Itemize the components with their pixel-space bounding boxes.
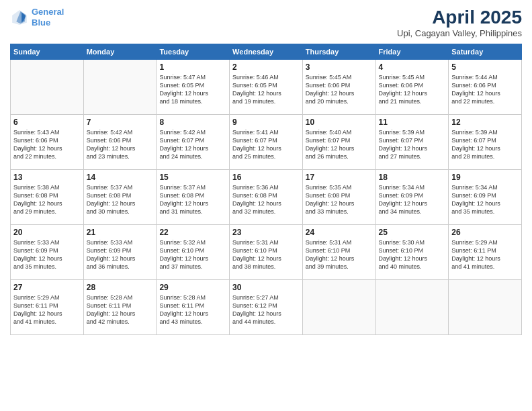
day-number: 3 — [306, 62, 373, 72]
calendar-cell — [11, 60, 84, 115]
day-number: 19 — [451, 173, 519, 182]
day-number: 12 — [451, 118, 519, 127]
calendar-cell: 2Sunrise: 5:46 AM Sunset: 6:05 PM Daylig… — [230, 60, 303, 115]
calendar-cell: 14Sunrise: 5:37 AM Sunset: 6:08 PM Dayli… — [83, 170, 157, 225]
day-info: Sunrise: 5:36 AM Sunset: 6:08 PM Dayligh… — [232, 183, 300, 216]
calendar-cell: 24Sunrise: 5:31 AM Sunset: 6:10 PM Dayli… — [302, 225, 375, 280]
day-info: Sunrise: 5:32 AM Sunset: 6:10 PM Dayligh… — [159, 238, 226, 271]
day-number: 16 — [232, 173, 300, 182]
day-number: 27 — [13, 283, 81, 292]
header: General Blue April 2025 Upi, Cagayan Val… — [10, 7, 522, 38]
day-info: Sunrise: 5:35 AM Sunset: 6:08 PM Dayligh… — [306, 183, 373, 216]
day-info: Sunrise: 5:27 AM Sunset: 6:12 PM Dayligh… — [232, 293, 300, 326]
main-title: April 2025 — [397, 7, 522, 28]
day-info: Sunrise: 5:39 AM Sunset: 6:07 PM Dayligh… — [451, 128, 519, 161]
day-info: Sunrise: 5:40 AM Sunset: 6:07 PM Dayligh… — [306, 128, 373, 161]
day-number: 5 — [451, 62, 519, 72]
calendar-cell: 23Sunrise: 5:31 AM Sunset: 6:10 PM Dayli… — [230, 225, 303, 280]
calendar-cell: 21Sunrise: 5:33 AM Sunset: 6:09 PM Dayli… — [83, 225, 157, 280]
day-number: 13 — [13, 173, 81, 182]
day-number: 23 — [232, 228, 300, 237]
calendar-cell: 27Sunrise: 5:29 AM Sunset: 6:11 PM Dayli… — [11, 280, 84, 335]
logo: General Blue — [10, 7, 64, 28]
day-info: Sunrise: 5:38 AM Sunset: 6:08 PM Dayligh… — [13, 183, 81, 216]
day-number: 9 — [232, 118, 300, 127]
day-number: 21 — [87, 228, 154, 237]
day-info: Sunrise: 5:29 AM Sunset: 6:11 PM Dayligh… — [13, 293, 81, 326]
day-info: Sunrise: 5:28 AM Sunset: 6:11 PM Dayligh… — [159, 293, 226, 326]
calendar-day-header: Thursday — [302, 44, 375, 60]
calendar-cell: 18Sunrise: 5:34 AM Sunset: 6:09 PM Dayli… — [375, 170, 449, 225]
calendar-cell: 30Sunrise: 5:27 AM Sunset: 6:12 PM Dayli… — [230, 280, 303, 335]
calendar-week-row: 20Sunrise: 5:33 AM Sunset: 6:09 PM Dayli… — [11, 225, 522, 280]
day-number: 25 — [379, 228, 446, 237]
day-number: 2 — [232, 62, 300, 72]
day-info: Sunrise: 5:47 AM Sunset: 6:05 PM Dayligh… — [159, 73, 226, 106]
day-info: Sunrise: 5:46 AM Sunset: 6:05 PM Dayligh… — [232, 73, 300, 106]
day-info: Sunrise: 5:33 AM Sunset: 6:09 PM Dayligh… — [87, 238, 154, 271]
day-number: 4 — [379, 62, 446, 72]
calendar-cell: 20Sunrise: 5:33 AM Sunset: 6:09 PM Dayli… — [11, 225, 84, 280]
calendar-cell: 9Sunrise: 5:41 AM Sunset: 6:07 PM Daylig… — [230, 115, 303, 170]
logo-line1: General — [32, 7, 64, 17]
calendar-week-row: 6Sunrise: 5:43 AM Sunset: 6:06 PM Daylig… — [11, 115, 522, 170]
calendar-cell: 28Sunrise: 5:28 AM Sunset: 6:11 PM Dayli… — [83, 280, 157, 335]
calendar-table: SundayMondayTuesdayWednesdayThursdayFrid… — [10, 44, 522, 335]
calendar-cell: 17Sunrise: 5:35 AM Sunset: 6:08 PM Dayli… — [302, 170, 375, 225]
calendar-day-header: Sunday — [11, 44, 84, 60]
day-number: 30 — [232, 283, 300, 292]
calendar-cell: 10Sunrise: 5:40 AM Sunset: 6:07 PM Dayli… — [302, 115, 375, 170]
day-info: Sunrise: 5:42 AM Sunset: 6:07 PM Dayligh… — [159, 128, 226, 161]
day-info: Sunrise: 5:28 AM Sunset: 6:11 PM Dayligh… — [87, 293, 154, 326]
day-info: Sunrise: 5:30 AM Sunset: 6:10 PM Dayligh… — [379, 238, 446, 271]
day-number: 6 — [13, 118, 81, 127]
day-number: 15 — [159, 173, 226, 182]
page: General Blue April 2025 Upi, Cagayan Val… — [0, 0, 532, 411]
calendar-cell: 19Sunrise: 5:34 AM Sunset: 6:09 PM Dayli… — [449, 170, 522, 225]
logo-line2: Blue — [32, 17, 64, 28]
day-number: 11 — [379, 118, 446, 127]
calendar-cell: 3Sunrise: 5:45 AM Sunset: 6:06 PM Daylig… — [302, 60, 375, 115]
calendar-cell: 16Sunrise: 5:36 AM Sunset: 6:08 PM Dayli… — [230, 170, 303, 225]
calendar-header-row: SundayMondayTuesdayWednesdayThursdayFrid… — [11, 44, 522, 60]
day-info: Sunrise: 5:34 AM Sunset: 6:09 PM Dayligh… — [379, 183, 446, 216]
calendar-cell: 1Sunrise: 5:47 AM Sunset: 6:05 PM Daylig… — [157, 60, 230, 115]
calendar-week-row: 27Sunrise: 5:29 AM Sunset: 6:11 PM Dayli… — [11, 280, 522, 335]
day-number: 18 — [379, 173, 446, 182]
day-number: 24 — [306, 228, 373, 237]
day-number: 8 — [159, 118, 226, 127]
day-number: 20 — [13, 228, 81, 237]
sub-title: Upi, Cagayan Valley, Philippines — [397, 28, 522, 38]
calendar-cell: 13Sunrise: 5:38 AM Sunset: 6:08 PM Dayli… — [11, 170, 84, 225]
calendar-day-header: Saturday — [449, 44, 522, 60]
day-info: Sunrise: 5:44 AM Sunset: 6:06 PM Dayligh… — [451, 73, 519, 106]
day-info: Sunrise: 5:42 AM Sunset: 6:06 PM Dayligh… — [87, 128, 154, 161]
day-info: Sunrise: 5:31 AM Sunset: 6:10 PM Dayligh… — [232, 238, 300, 271]
title-area: April 2025 Upi, Cagayan Valley, Philippi… — [397, 7, 522, 38]
day-info: Sunrise: 5:37 AM Sunset: 6:08 PM Dayligh… — [87, 183, 154, 216]
calendar-cell: 22Sunrise: 5:32 AM Sunset: 6:10 PM Dayli… — [157, 225, 230, 280]
day-info: Sunrise: 5:41 AM Sunset: 6:07 PM Dayligh… — [232, 128, 300, 161]
calendar-week-row: 1Sunrise: 5:47 AM Sunset: 6:05 PM Daylig… — [11, 60, 522, 115]
calendar-cell: 8Sunrise: 5:42 AM Sunset: 6:07 PM Daylig… — [157, 115, 230, 170]
day-number: 17 — [306, 173, 373, 182]
day-number: 29 — [159, 283, 226, 292]
calendar-cell — [83, 60, 157, 115]
day-info: Sunrise: 5:33 AM Sunset: 6:09 PM Dayligh… — [13, 238, 81, 271]
calendar-cell — [449, 280, 522, 335]
calendar-day-header: Tuesday — [157, 44, 230, 60]
calendar-cell: 25Sunrise: 5:30 AM Sunset: 6:10 PM Dayli… — [375, 225, 449, 280]
calendar-day-header: Wednesday — [230, 44, 303, 60]
calendar-cell: 11Sunrise: 5:39 AM Sunset: 6:07 PM Dayli… — [375, 115, 449, 170]
day-info: Sunrise: 5:34 AM Sunset: 6:09 PM Dayligh… — [451, 183, 519, 216]
calendar-cell: 15Sunrise: 5:37 AM Sunset: 6:08 PM Dayli… — [157, 170, 230, 225]
calendar-day-header: Friday — [375, 44, 449, 60]
calendar-cell: 26Sunrise: 5:29 AM Sunset: 6:11 PM Dayli… — [449, 225, 522, 280]
day-info: Sunrise: 5:37 AM Sunset: 6:08 PM Dayligh… — [159, 183, 226, 216]
day-number: 1 — [159, 62, 226, 72]
day-info: Sunrise: 5:45 AM Sunset: 6:06 PM Dayligh… — [306, 73, 373, 106]
day-number: 22 — [159, 228, 226, 237]
day-info: Sunrise: 5:43 AM Sunset: 6:06 PM Dayligh… — [13, 128, 81, 161]
calendar-day-header: Monday — [83, 44, 157, 60]
calendar-cell — [375, 280, 449, 335]
